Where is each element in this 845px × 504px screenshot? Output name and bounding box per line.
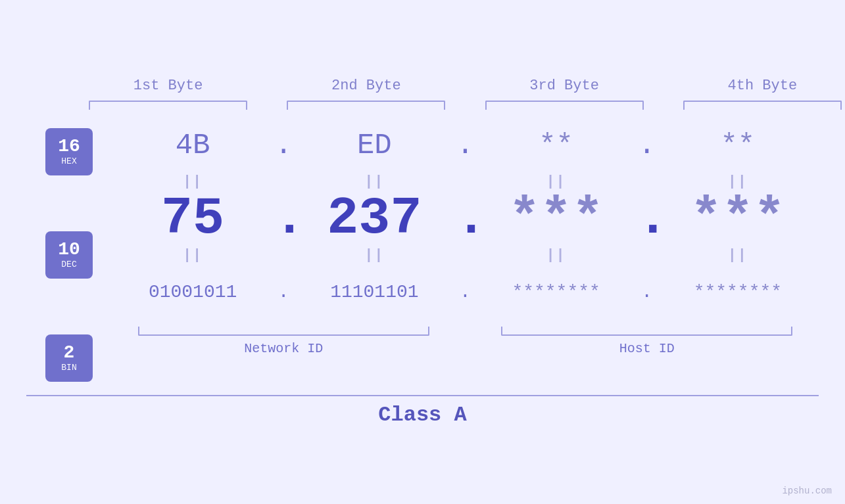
watermark: ipshu.com xyxy=(782,486,832,496)
top-bracket-1 xyxy=(69,101,267,110)
top-bracket-3 xyxy=(466,101,664,110)
hex-val-1: 4B xyxy=(176,129,210,162)
class-container: Class A xyxy=(26,395,819,427)
network-id-label: Network ID xyxy=(112,341,456,356)
eq2-cell-3: || xyxy=(475,247,637,263)
class-bracket-line xyxy=(26,395,819,396)
eq2-sign-2: || xyxy=(364,247,384,263)
badges-column: 16 HEX 10 DEC 2 BIN xyxy=(26,122,112,382)
hex-dot-1: . xyxy=(274,129,293,162)
eq2-cell-2: || xyxy=(293,247,455,263)
eq2-sign-3: || xyxy=(546,247,566,263)
bin-row: 01001011 . 11101101 . ******** . *******… xyxy=(112,269,819,316)
eq1-cell-1: || xyxy=(112,173,274,190)
byte-header-2: 2nd Byte xyxy=(267,78,465,94)
hex-val-3: ** xyxy=(539,129,573,162)
dec-cell-4: *** xyxy=(657,189,819,248)
bin-val-3: ******** xyxy=(512,282,600,302)
eq2-cell-4: || xyxy=(657,247,819,263)
host-id-label: Host ID xyxy=(475,341,819,356)
eq1-sign-2: || xyxy=(364,173,384,190)
labels-row: Network ID Host ID xyxy=(112,341,819,356)
dec-dot-1: . xyxy=(274,189,293,248)
top-bracket-2 xyxy=(267,101,465,110)
bin-dot-2: . xyxy=(456,282,475,302)
bin-dot-1: . xyxy=(274,282,293,302)
badge-hex: 16 HEX xyxy=(45,128,93,175)
badge-bin-num: 2 xyxy=(64,344,75,362)
dec-dot-3: . xyxy=(637,189,657,248)
hex-val-4: ** xyxy=(720,129,755,162)
dec-row: 75 . 237 . *** . *** xyxy=(112,195,819,242)
eq1-sign-4: || xyxy=(728,173,748,190)
dec-cell-1: 75 xyxy=(112,189,274,248)
bin-val-4: ******** xyxy=(694,282,782,302)
eq2-sign-1: || xyxy=(183,247,203,263)
bin-cell-3: ******** xyxy=(475,282,637,302)
bin-cell-1: 01001011 xyxy=(112,282,274,302)
eq1-cell-3: || xyxy=(475,173,637,190)
main-container: 1st Byte 2nd Byte 3rd Byte 4th Byte 16 H… xyxy=(0,0,845,504)
dec-val-4: *** xyxy=(690,189,785,248)
byte-header-1: 1st Byte xyxy=(69,78,267,94)
hex-dot-3: . xyxy=(637,129,657,162)
eq1-sign-3: || xyxy=(546,173,566,190)
byte-header-4: 4th Byte xyxy=(664,78,845,94)
top-brackets xyxy=(69,101,845,110)
dec-val-1: 75 xyxy=(161,189,224,248)
bin-cell-4: ******** xyxy=(657,282,819,302)
dec-cell-2: 237 xyxy=(293,189,455,248)
hex-cell-2: ED xyxy=(293,129,455,162)
eq2-cell-1: || xyxy=(112,247,274,263)
byte-headers: 1st Byte 2nd Byte 3rd Byte 4th Byte xyxy=(69,78,845,94)
hex-cell-3: ** xyxy=(475,129,637,162)
badge-bin-label: BIN xyxy=(61,363,76,372)
content-area: 16 HEX 10 DEC 2 BIN 4B . ED xyxy=(26,122,819,382)
badge-hex-label: HEX xyxy=(61,157,76,166)
badge-dec-num: 10 xyxy=(58,241,80,259)
hex-cell-4: ** xyxy=(657,129,819,162)
eq1-cell-4: || xyxy=(657,173,819,190)
dec-val-2: 237 xyxy=(327,189,422,248)
dec-cell-3: *** xyxy=(475,189,637,248)
badge-dec: 10 DEC xyxy=(45,231,93,279)
hex-dot-2: . xyxy=(456,129,475,162)
badge-hex-num: 16 xyxy=(58,137,80,156)
hex-cell-1: 4B xyxy=(112,129,274,162)
badge-dec-label: DEC xyxy=(61,260,76,269)
byte-header-3: 3rd Byte xyxy=(466,78,664,94)
top-bracket-4 xyxy=(664,101,845,110)
data-rows: 4B . ED . ** . ** || xyxy=(112,122,819,356)
eq1-sign-1: || xyxy=(183,173,203,190)
hex-val-2: ED xyxy=(357,129,392,162)
bin-dot-3: . xyxy=(637,282,657,302)
hex-row: 4B . ED . ** . ** xyxy=(112,122,819,169)
dec-dot-2: . xyxy=(456,189,475,248)
badge-bin: 2 BIN xyxy=(45,334,93,382)
bin-val-2: 11101101 xyxy=(330,282,418,302)
bin-cell-2: 11101101 xyxy=(293,282,455,302)
class-label: Class A xyxy=(26,403,819,427)
bottom-area: Network ID Host ID xyxy=(112,323,819,356)
eq2-sign-4: || xyxy=(728,247,748,263)
eq1-cell-2: || xyxy=(293,173,455,190)
dec-val-3: *** xyxy=(509,189,604,248)
bin-val-1: 01001011 xyxy=(149,282,237,302)
